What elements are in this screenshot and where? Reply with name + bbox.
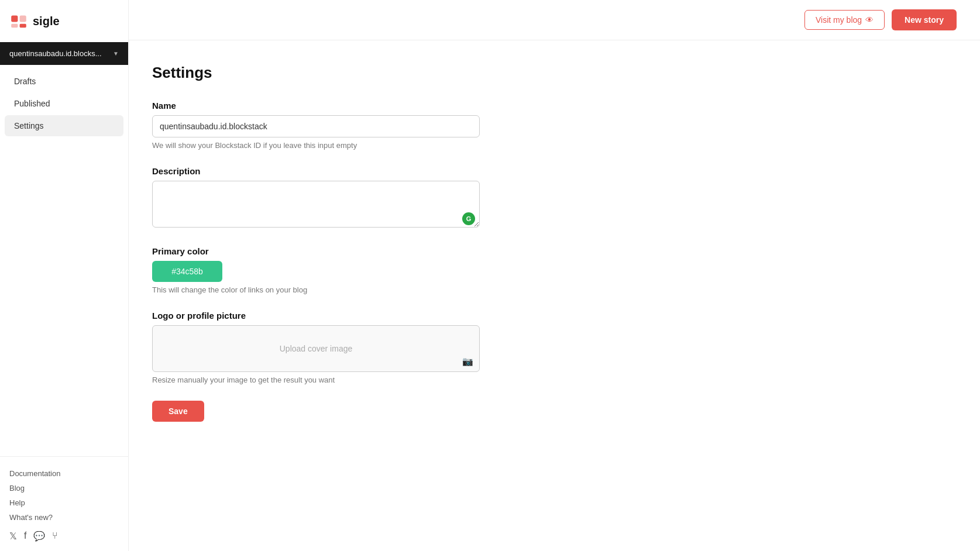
logo-section: Logo or profile picture Upload cover ima… — [152, 311, 632, 384]
eye-icon: 👁 — [865, 15, 874, 25]
social-links: 𝕏 f 💬 ⑂ — [9, 531, 119, 542]
svg-rect-2 — [11, 24, 18, 27]
sidebar-item-drafts[interactable]: Drafts — [5, 71, 123, 92]
visit-blog-label: Visit my blog — [816, 15, 862, 25]
description-textarea[interactable] — [152, 181, 480, 228]
grammarly-icon: G — [462, 212, 475, 225]
help-link[interactable]: Help — [9, 495, 119, 510]
description-label: Description — [152, 166, 632, 176]
save-button[interactable]: Save — [152, 401, 204, 422]
facebook-icon[interactable]: f — [24, 531, 26, 542]
app-name: sigle — [33, 15, 60, 28]
app-logo[interactable]: sigle — [0, 0, 128, 42]
primary-color-label: Primary color — [152, 246, 632, 256]
camera-icon: 📷 — [462, 356, 473, 367]
sidebar-item-published[interactable]: Published — [5, 93, 123, 114]
logo-icon — [9, 12, 28, 30]
description-section: Description G — [152, 166, 632, 230]
primary-color-hint: This will change the color of links on y… — [152, 285, 632, 294]
account-selector[interactable]: quentinsaubadu.id.blocks... ▼ — [0, 42, 128, 65]
topbar: Visit my blog 👁 New story — [129, 0, 980, 40]
page-title: Settings — [152, 64, 632, 82]
whats-new-link[interactable]: What's new? — [9, 510, 119, 525]
upload-cover-label: Upload cover image — [280, 344, 353, 353]
main-content: Visit my blog 👁 New story Settings Name … — [129, 0, 980, 551]
sidebar-nav: Drafts Published Settings — [0, 65, 128, 456]
sidebar-footer: Documentation Blog Help What's new? 𝕏 f … — [0, 456, 128, 551]
logo-label: Logo or profile picture — [152, 311, 632, 321]
name-section: Name We will show your Blockstack ID if … — [152, 101, 632, 150]
blog-link[interactable]: Blog — [9, 481, 119, 495]
twitter-icon[interactable]: 𝕏 — [9, 531, 17, 542]
svg-rect-0 — [11, 15, 18, 22]
name-hint: We will show your Blockstack ID if you l… — [152, 141, 632, 150]
svg-rect-3 — [20, 24, 26, 27]
primary-color-button[interactable]: #34c58b — [152, 261, 222, 282]
svg-rect-1 — [20, 15, 26, 22]
visit-blog-button[interactable]: Visit my blog 👁 — [804, 10, 885, 30]
name-label: Name — [152, 101, 632, 111]
sidebar-item-settings[interactable]: Settings — [5, 115, 123, 136]
primary-color-section: Primary color #34c58b This will change t… — [152, 246, 632, 294]
new-story-button[interactable]: New story — [892, 9, 957, 30]
sidebar: sigle quentinsaubadu.id.blocks... ▼ Draf… — [0, 0, 129, 551]
description-textarea-wrap: G — [152, 181, 480, 230]
upload-cover-button[interactable]: Upload cover image 📷 — [152, 325, 480, 372]
account-name: quentinsaubadu.id.blocks... — [9, 49, 102, 58]
chevron-down-icon: ▼ — [113, 50, 119, 57]
name-input[interactable] — [152, 115, 480, 137]
settings-content: Settings Name We will show your Blocksta… — [129, 40, 655, 445]
github-icon[interactable]: ⑂ — [52, 531, 58, 542]
documentation-link[interactable]: Documentation — [9, 466, 119, 481]
upload-hint: Resize manually your image to get the re… — [152, 376, 632, 384]
chat-icon[interactable]: 💬 — [33, 531, 45, 542]
